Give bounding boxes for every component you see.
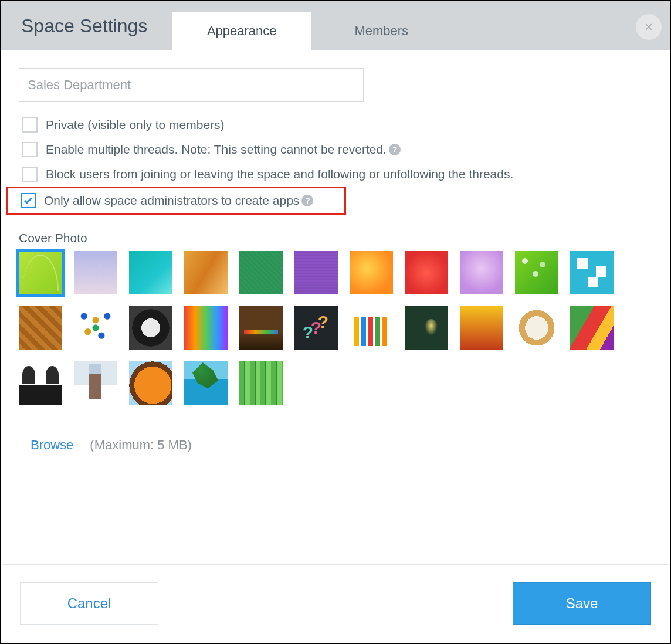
- cover-thumb[interactable]: [294, 306, 338, 350]
- highlight-box: Only allow space administrators to creat…: [6, 187, 346, 215]
- option-label: Private (visible only to members): [46, 118, 225, 132]
- cover-thumb[interactable]: [570, 306, 614, 350]
- option-private[interactable]: Private (visible only to members): [19, 113, 652, 137]
- space-name-input[interactable]: [19, 68, 364, 102]
- dialog-body: Private (visible only to members) Enable…: [1, 50, 670, 453]
- checkbox-icon[interactable]: [22, 142, 38, 157]
- cover-thumb[interactable]: [19, 306, 62, 350]
- tab-appearance[interactable]: Appearance: [172, 12, 311, 50]
- cover-thumb[interactable]: [239, 361, 283, 405]
- cover-thumb[interactable]: [129, 306, 172, 350]
- cover-thumb[interactable]: [129, 361, 172, 405]
- checkbox-icon[interactable]: [22, 167, 38, 182]
- dialog-title: Space Settings: [1, 1, 167, 50]
- tab-bar: Appearance Members: [172, 1, 451, 50]
- button-label: Save: [566, 595, 598, 612]
- cover-thumb[interactable]: [570, 251, 614, 294]
- browse-link[interactable]: Browse: [30, 438, 73, 453]
- cover-thumb[interactable]: [460, 251, 503, 294]
- option-multiple-threads[interactable]: Enable multiple threads. Note: This sett…: [19, 137, 652, 162]
- save-button[interactable]: Save: [513, 582, 651, 625]
- cover-thumb[interactable]: [350, 251, 393, 294]
- cover-thumb[interactable]: [460, 306, 503, 350]
- dialog-footer: Cancel Save: [2, 564, 669, 642]
- option-label: Only allow space administrators to creat…: [44, 194, 299, 208]
- cover-thumb[interactable]: [350, 306, 393, 350]
- cover-photo-label: Cover Photo: [19, 231, 652, 245]
- cover-thumb[interactable]: [129, 251, 172, 294]
- checkbox-icon[interactable]: [22, 117, 38, 133]
- option-label: Enable multiple threads. Note: This sett…: [46, 143, 387, 157]
- cover-thumb[interactable]: [184, 306, 228, 350]
- cover-thumb[interactable]: [239, 251, 283, 294]
- tab-label: Members: [354, 23, 408, 39]
- close-button[interactable]: ×: [636, 14, 662, 40]
- close-icon: ×: [645, 19, 653, 35]
- cover-thumb[interactable]: [19, 361, 62, 405]
- option-admin-create-apps[interactable]: Only allow space administrators to creat…: [21, 191, 344, 211]
- tab-members[interactable]: Members: [311, 12, 451, 50]
- cover-thumb[interactable]: [184, 361, 228, 405]
- cover-thumb[interactable]: [405, 251, 448, 294]
- help-icon[interactable]: ?: [301, 195, 313, 206]
- cover-photo-grid: [19, 251, 640, 405]
- button-label: Cancel: [67, 595, 111, 612]
- upload-max-note: (Maximum: 5 MB): [90, 438, 192, 453]
- cover-thumb[interactable]: [239, 306, 283, 350]
- cover-upload-row: Browse (Maximum: 5 MB): [19, 438, 652, 453]
- cover-thumb[interactable]: [515, 306, 558, 350]
- cover-thumb[interactable]: [74, 251, 117, 294]
- cover-thumb[interactable]: [74, 306, 117, 350]
- cover-thumb[interactable]: [19, 251, 62, 294]
- cover-thumb[interactable]: [294, 251, 338, 294]
- cover-thumb[interactable]: [515, 251, 558, 294]
- checkbox-icon[interactable]: [21, 193, 36, 208]
- cover-thumb[interactable]: [405, 306, 448, 350]
- help-icon[interactable]: ?: [389, 144, 401, 155]
- tab-label: Appearance: [207, 23, 277, 39]
- cover-thumb[interactable]: [74, 361, 117, 405]
- cover-thumb[interactable]: [184, 251, 228, 294]
- option-label: Block users from joining or leaving the …: [46, 167, 513, 181]
- options-list: Private (visible only to members) Enable…: [19, 113, 652, 215]
- option-block-join-leave[interactable]: Block users from joining or leaving the …: [19, 162, 652, 187]
- cancel-button[interactable]: Cancel: [20, 582, 158, 625]
- dialog-header: Space Settings Appearance Members ×: [1, 1, 670, 50]
